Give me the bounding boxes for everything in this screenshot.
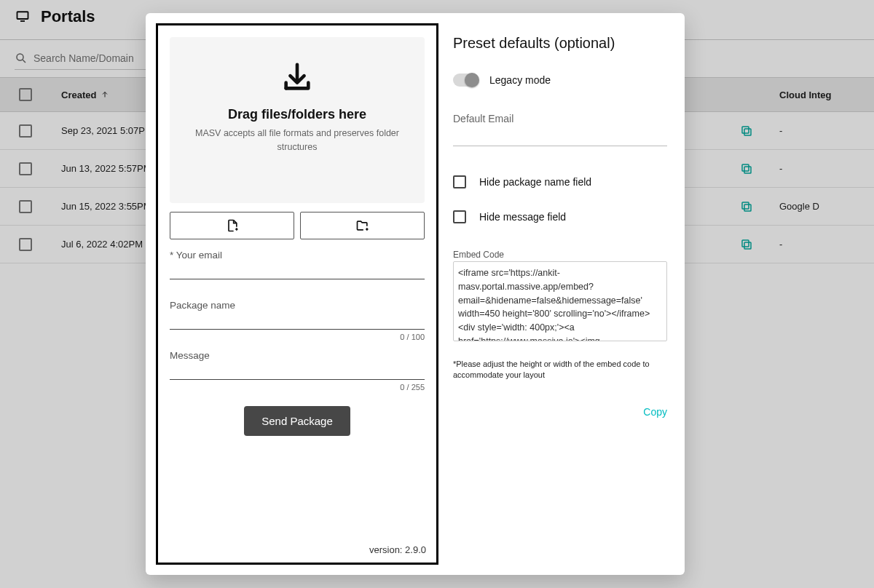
copy-icon[interactable] [740,162,753,175]
legacy-mode-toggle[interactable] [453,74,478,87]
copy-icon[interactable] [740,238,753,251]
svg-line-3 [23,60,25,63]
hide-message-label: Hide message field [479,211,566,223]
legacy-mode-label: Legacy mode [489,74,551,86]
cell-cloud: - [779,239,874,250]
row-checkbox[interactable] [19,124,32,138]
email-label: * Your email [170,250,425,261]
cell-cloud: Google D [779,201,874,212]
upload-preview-panel: Drag files/folders here MASV accepts all… [156,23,438,565]
search-icon [15,52,28,65]
message-counter: 0 / 255 [170,383,425,392]
svg-rect-11 [742,240,749,247]
search-input[interactable] [34,52,160,64]
monitor-icon [15,10,31,23]
cell-cloud: - [779,163,874,174]
svg-point-2 [17,54,23,60]
select-all-checkbox[interactable] [19,88,32,101]
preset-defaults-panel: Preset defaults (optional) Legacy mode D… [449,13,685,575]
add-file-button[interactable] [170,212,294,239]
copy-button[interactable]: Copy [453,406,667,418]
row-checkbox[interactable] [19,238,32,251]
drop-title: Drag files/folders here [228,107,366,122]
row-checkbox[interactable] [19,200,32,213]
drop-subtitle: MASV accepts all file formats and preser… [195,127,399,154]
panel-title: Preset defaults (optional) [453,35,667,52]
send-package-button[interactable]: Send Package [244,406,350,436]
hide-package-checkbox[interactable] [453,175,466,188]
default-email-field[interactable] [453,124,667,146]
version-label: version: 2.9.0 [369,544,426,555]
cell-cloud: - [779,125,874,136]
package-counter: 0 / 100 [170,333,425,341]
row-checkbox[interactable] [19,162,32,175]
svg-rect-7 [742,164,749,171]
download-icon [280,60,314,97]
svg-rect-6 [744,167,751,173]
column-cloud[interactable]: Cloud Integ [779,90,874,100]
embed-code-label: Embed Code [453,250,667,260]
message-field[interactable] [170,361,425,380]
svg-rect-8 [744,204,751,211]
email-field[interactable] [170,261,425,279]
svg-rect-9 [742,202,749,209]
package-label: Package name [170,300,425,311]
copy-icon[interactable] [740,200,753,213]
hide-package-label: Hide package name field [479,176,591,188]
message-label: Message [170,350,425,361]
sort-asc-icon [101,90,109,99]
page-title: Portals [41,7,95,26]
portal-settings-modal: Drag files/folders here MASV accepts all… [146,13,685,575]
embed-hint: *Please adjust the height or width of th… [453,359,667,381]
copy-icon[interactable] [740,124,753,138]
svg-rect-10 [744,242,751,249]
default-email-label: Default Email [453,113,667,124]
svg-rect-0 [17,12,28,19]
hide-message-checkbox[interactable] [453,210,466,223]
add-folder-button[interactable] [300,212,425,239]
svg-rect-4 [744,129,751,135]
package-name-field[interactable] [170,311,425,330]
search-box[interactable] [15,47,160,70]
drop-zone[interactable]: Drag files/folders here MASV accepts all… [170,37,425,203]
embed-code-textarea[interactable] [453,261,667,341]
svg-rect-5 [742,127,749,133]
